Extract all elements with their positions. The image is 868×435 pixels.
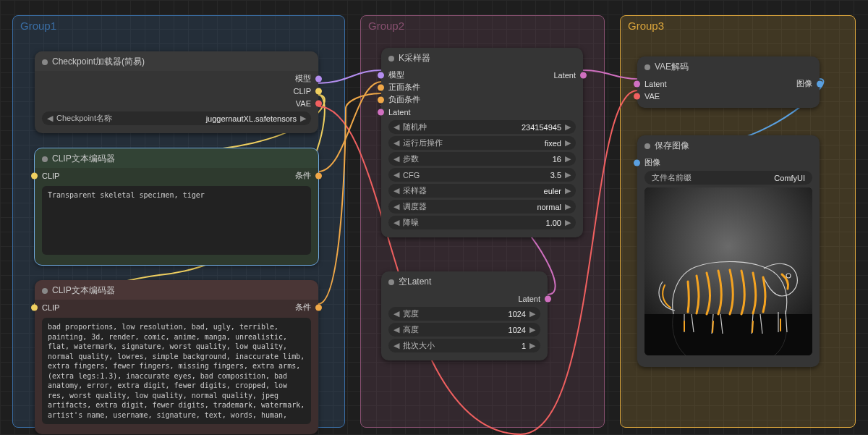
in-latent-socket[interactable] (378, 109, 384, 115)
negative-prompt-text[interactable]: bad proportions, low resolution, bad, ug… (42, 318, 311, 424)
out-latent-label: Latent (518, 295, 540, 303)
in-vae-label: VAE (644, 92, 660, 101)
node-vaedecode-header[interactable]: VAE解码 (637, 56, 820, 76)
group1-title: Group1 (13, 18, 344, 32)
in-latent-label: Latent (644, 80, 667, 88)
out-clip-socket[interactable] (315, 88, 322, 94)
seed-widget[interactable]: ◀随机种234154945▶ (388, 120, 576, 134)
node-ksampler-header[interactable]: K采样器 (381, 48, 583, 67)
height-widget[interactable]: ◀高度1024▶ (388, 323, 540, 337)
chevron-left-icon[interactable]: ◀ (45, 114, 55, 123)
in-pos-socket[interactable] (378, 84, 384, 90)
out-vae-socket[interactable] (315, 100, 322, 106)
in-latent-socket[interactable] (634, 80, 640, 87)
filename-prefix-widget[interactable]: 文件名前缀ComfyUI (644, 171, 812, 185)
in-neg-label: 负面条件 (388, 94, 420, 105)
checkpoint-name-widget[interactable]: ◀Checkpoint名称juggernautXL.safetensors▶ (42, 111, 311, 125)
width-widget[interactable]: ◀宽度1024▶ (388, 307, 540, 321)
node-clip-neg-header[interactable]: CLIP文本编码器 (35, 280, 318, 300)
in-vae-socket[interactable] (634, 93, 640, 99)
positive-prompt-text[interactable]: Transparent skeletal specimen, tiger (42, 186, 311, 255)
steps-widget[interactable]: ◀步数16▶ (388, 152, 576, 166)
out-image-label: 图像 (796, 78, 812, 89)
node-title: VAE解码 (655, 61, 689, 73)
batch-widget[interactable]: ◀批次大小1▶ (388, 339, 540, 352)
svg-rect-1 (644, 314, 812, 355)
in-image-label: 图像 (644, 157, 660, 168)
node-title: K采样器 (399, 52, 430, 64)
out-latent-label: Latent (553, 71, 576, 80)
out-latent-socket[interactable] (580, 72, 587, 78)
chevron-right-icon[interactable]: ▶ (298, 114, 308, 123)
out-cond-socket[interactable] (315, 304, 322, 311)
out-model-label: 模型 (295, 73, 311, 84)
in-clip-socket[interactable] (31, 304, 38, 311)
group2-title: Group2 (361, 18, 604, 32)
in-clip-label: CLIP (42, 303, 59, 312)
in-neg-socket[interactable] (378, 96, 384, 103)
node-title: CLIP文本编码器 (52, 284, 115, 297)
sampler-widget[interactable]: ◀采样器euler▶ (388, 184, 576, 198)
node-title: 保存图像 (655, 140, 689, 152)
svg-point-2 (786, 274, 791, 278)
node-title: Checkpoint加载器(简易) (52, 56, 145, 68)
in-model-socket[interactable] (378, 72, 384, 78)
after-widget[interactable]: ◀运行后操作fixed▶ (388, 136, 576, 150)
output-image-preview[interactable] (644, 187, 812, 355)
scheduler-widget[interactable]: ◀调度器normal▶ (388, 200, 576, 214)
node-clip-pos-header[interactable]: CLIP文本编码器 (35, 148, 318, 168)
out-image-socket[interactable] (817, 80, 823, 87)
node-title: CLIP文本编码器 (52, 153, 115, 165)
in-clip-socket[interactable] (31, 172, 38, 179)
cfg-widget[interactable]: ◀CFG3.5▶ (388, 168, 576, 182)
node-empty-latent-header[interactable]: 空Latent (381, 271, 548, 291)
group3-title: Group3 (621, 18, 855, 32)
out-vae-label: VAE (296, 99, 311, 108)
denoise-widget[interactable]: ◀降噪1.00▶ (388, 216, 576, 229)
out-cond-socket[interactable] (315, 172, 322, 179)
out-cond-label: 条件 (295, 170, 311, 181)
in-image-socket[interactable] (634, 159, 640, 166)
in-model-label: 模型 (388, 69, 404, 80)
node-checkpoint-header[interactable]: Checkpoint加载器(简易) (35, 51, 318, 71)
out-latent-socket[interactable] (545, 295, 551, 302)
in-latent-label: Latent (388, 108, 411, 117)
in-pos-label: 正面条件 (388, 82, 420, 93)
out-clip-label: CLIP (294, 87, 311, 96)
node-saveimage-header[interactable]: 保存图像 (637, 135, 820, 155)
in-clip-label: CLIP (42, 172, 59, 180)
out-model-socket[interactable] (315, 75, 322, 82)
node-title: 空Latent (399, 276, 431, 288)
out-cond-label: 条件 (295, 302, 311, 313)
